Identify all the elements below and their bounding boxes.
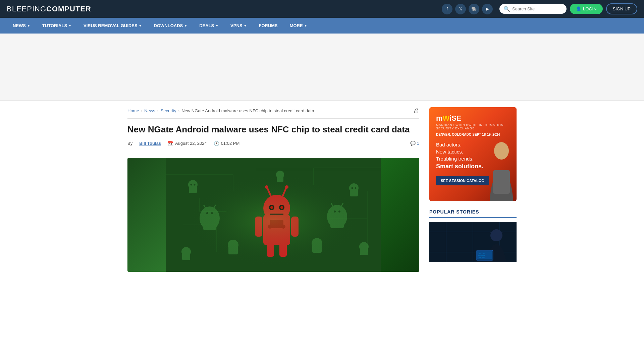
ad-brand: mWiSE xyxy=(436,114,510,123)
comment-number: 1 xyxy=(417,141,419,146)
nav-virus[interactable]: VIRUS REMOVAL GUIDES ▼ xyxy=(77,18,148,34)
login-label: LOGIN xyxy=(583,6,596,11)
nav-news[interactable]: NEWS ▼ xyxy=(7,18,36,34)
nav-vpns-arrow: ▼ xyxy=(244,24,247,27)
article-meta: By Bill Toulas 📅 August 22, 2024 🕐 01:02… xyxy=(127,141,419,151)
user-icon: 👤 xyxy=(576,6,581,11)
nav-tutorials-arrow: ▼ xyxy=(68,24,71,27)
svg-rect-63 xyxy=(493,170,510,194)
svg-text:11010011: 11010011 xyxy=(478,257,485,258)
nav-downloads[interactable]: DOWNLOADS ▼ xyxy=(148,18,194,34)
site-header: BLEEPINGCOMPUTER f 𝕏 🐘 ▶ 🔍 👤 LOGIN SIGN … xyxy=(0,0,644,18)
search-box[interactable]: 🔍 xyxy=(499,4,567,14)
nav-deals-arrow: ▼ xyxy=(215,24,218,27)
article-illustration xyxy=(127,158,419,272)
calendar-icon: 📅 xyxy=(168,141,173,146)
ad-line2: New tactics. xyxy=(436,149,463,155)
article-author[interactable]: Bill Toulas xyxy=(139,141,161,146)
nav-tutorials-label: TUTORIALS xyxy=(42,23,67,28)
nav-news-label: NEWS xyxy=(13,23,26,28)
breadcrumb-home[interactable]: Home xyxy=(127,108,139,113)
article-by: By xyxy=(127,141,132,146)
sidebar-ad-card: mWiSE MANDIANT WORLDWIDE INFORMATION SEC… xyxy=(429,107,517,201)
nav-vpns[interactable]: VPNS ▼ xyxy=(224,18,253,34)
svg-rect-61 xyxy=(166,158,381,272)
nav-deals-label: DEALS xyxy=(199,23,214,28)
breadcrumb-sep-2: › xyxy=(157,109,159,113)
logo-light-text: BLEEPING xyxy=(7,5,46,13)
svg-text:01101010: 01101010 xyxy=(478,255,485,256)
breadcrumb-sep-1: › xyxy=(141,109,143,113)
comment-icon: 💬 xyxy=(410,141,416,146)
article-date-item: 📅 August 22, 2024 xyxy=(168,141,207,146)
login-button[interactable]: 👤 LOGIN xyxy=(570,4,602,14)
nav-downloads-arrow: ▼ xyxy=(184,24,187,27)
svg-text:10110101: 10110101 xyxy=(478,253,485,254)
popular-story-image[interactable]: 10110101 01101010 11010011 xyxy=(429,222,517,262)
nav-news-arrow: ▼ xyxy=(27,24,30,27)
ad-person-illustration xyxy=(480,134,517,201)
nav-deals[interactable]: DEALS ▼ xyxy=(193,18,224,34)
breadcrumb-current: New NGate Android malware uses NFC chip … xyxy=(181,108,314,113)
svg-point-62 xyxy=(494,142,509,160)
ad-banner xyxy=(0,34,644,101)
ad-line3: Troubling trends. xyxy=(436,156,474,162)
nav-downloads-label: DOWNLOADS xyxy=(154,23,183,28)
header-right: f 𝕏 🐘 ▶ 🔍 👤 LOGIN SIGN UP xyxy=(442,3,637,14)
search-icon: 🔍 xyxy=(503,6,510,12)
nav-tutorials[interactable]: TUTORIALS ▼ xyxy=(36,18,77,34)
facebook-icon[interactable]: f xyxy=(442,4,452,14)
nav-forums-label: FORUMS xyxy=(259,23,277,28)
nav-virus-arrow: ▼ xyxy=(139,24,142,27)
print-icon[interactable]: 🖨 xyxy=(413,107,419,114)
article-title: New NGate Android malware uses NFC chip … xyxy=(127,124,419,135)
comment-count[interactable]: 💬 1 xyxy=(410,141,419,146)
youtube-icon[interactable]: ▶ xyxy=(482,4,493,14)
ad-line1: Bad actors. xyxy=(436,142,462,147)
sidebar: mWiSE MANDIANT WORLDWIDE INFORMATION SEC… xyxy=(429,107,517,272)
popular-stories: POPULAR STORIES xyxy=(429,209,517,262)
breadcrumb-news[interactable]: News xyxy=(144,108,155,113)
ad-subtitle: MANDIANT WORLDWIDE INFORMATION SECURITY … xyxy=(436,123,510,130)
social-icons: f 𝕏 🐘 ▶ xyxy=(442,4,493,14)
logo-bold-text: COMPUTER xyxy=(46,5,91,13)
nav-more-label: MORE xyxy=(290,23,303,28)
breadcrumb: Home › News › Security › New NGate Andro… xyxy=(127,107,419,119)
article-time-item: 🕐 01:02 PM xyxy=(214,141,240,146)
search-input[interactable] xyxy=(512,6,562,11)
popular-stories-title: POPULAR STORIES xyxy=(429,209,517,218)
signup-label: SIGN UP xyxy=(613,6,631,11)
site-logo[interactable]: BLEEPINGCOMPUTER xyxy=(7,5,91,13)
nav-more-arrow: ▼ xyxy=(304,24,307,27)
twitter-icon[interactable]: 𝕏 xyxy=(455,4,466,14)
article-date: August 22, 2024 xyxy=(175,141,207,146)
ad-line4: Smart solutions. xyxy=(436,163,483,170)
main-nav: NEWS ▼ TUTORIALS ▼ VIRUS REMOVAL GUIDES … xyxy=(0,18,644,34)
main-container: Home › News › Security › New NGate Andro… xyxy=(121,101,523,279)
nav-more[interactable]: MORE ▼ xyxy=(284,18,313,34)
breadcrumb-security[interactable]: Security xyxy=(161,108,176,113)
nav-vpns-label: VPNS xyxy=(230,23,242,28)
breadcrumb-sep-3: › xyxy=(178,109,180,113)
nav-forums[interactable]: FORUMS xyxy=(253,18,283,34)
signup-button[interactable]: SIGN UP xyxy=(606,3,637,14)
clock-icon: 🕐 xyxy=(214,141,219,146)
article-time: 01:02 PM xyxy=(221,141,240,146)
article-area: Home › News › Security › New NGate Andro… xyxy=(127,107,419,272)
nav-virus-label: VIRUS REMOVAL GUIDES xyxy=(84,23,138,28)
ad-brand-highlight: W xyxy=(443,114,450,122)
article-image xyxy=(127,158,419,272)
popular-story-illustration: 10110101 01101010 11010011 xyxy=(429,222,517,262)
mastodon-icon[interactable]: 🐘 xyxy=(469,4,479,14)
